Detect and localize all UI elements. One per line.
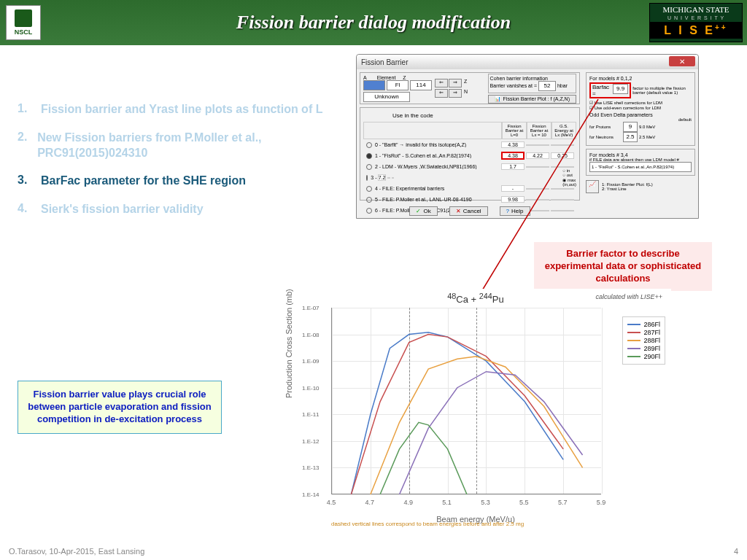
z-left-button[interactable]: ⇐ — [435, 79, 448, 88]
element-symbol-field[interactable]: Fl — [387, 80, 409, 90]
msu-lise-logo: MICHIGAN STATE U N I V E R S I T Y L I S… — [649, 3, 743, 42]
barfac-field[interactable]: 9.9 — [613, 84, 628, 94]
z-right-button[interactable]: ⇒ — [449, 79, 462, 88]
model-row[interactable]: 2 - LDM - W.Myers ,W.Swiatecki,NP81(1966… — [363, 161, 576, 172]
outline-item: 4.Sierk's fission barrier validity — [18, 202, 324, 217]
help-button[interactable]: ?Help — [500, 206, 530, 216]
use-in-code-group: Use in the code Fission Barrier at L=0Fi… — [360, 107, 580, 201]
model-row[interactable]: 3 - FILE: A.Mamdouth et al,NPA679(2001)3… — [363, 172, 576, 183]
outline-item: 1.Fission barrier and Yrast line plots a… — [18, 102, 324, 117]
fission-barrier-dialog: Fission Barrier ✕ AElementZ Fl 114 Unkno… — [356, 54, 699, 219]
models-012-group: For models # 0,1,2 Barfac = 9.9 factor t… — [586, 72, 695, 146]
red-callout: Barrier factor to describe experimental … — [534, 242, 712, 291]
header: NSCL Fission barrier dialog modification… — [0, 0, 747, 45]
cancel-button[interactable]: ✕Cancel — [449, 206, 488, 216]
footer: O.Tarasov, 10-Apr-2015, East Lansing 4 — [9, 547, 738, 556]
model-row[interactable]: 4 - FILE: Experimental barriers- — [363, 183, 576, 194]
plot-fl-button[interactable]: 📈 — [586, 180, 599, 193]
outline-item: 2.New Fission barriers from P.Moller et … — [18, 131, 324, 161]
chart-legend: 286Fl287Fl288Fl289Fl290Fl — [622, 316, 665, 365]
plot-azn-button[interactable]: 📊 Fission Barrier Plot : f (A,Z,N) — [488, 95, 576, 104]
model-row[interactable]: 1 - "FisRot" - S.Cohen et al.,An.P.82(19… — [363, 150, 576, 161]
chart-title: 48Ca + 244Pu — [447, 292, 503, 305]
outline-list: 1.Fission barrier and Yrast line plots a… — [18, 102, 324, 230]
ok-button[interactable]: ✓Ok — [409, 206, 437, 216]
model-row[interactable]: 0 - "Barfit" → invalid for this isotope(… — [363, 139, 576, 150]
dialog-titlebar: Fission Barrier ✕ — [357, 55, 698, 69]
outline-item: 3.BarFac parameter for the SHE region — [18, 174, 324, 189]
n-left-button[interactable]: ⇐ — [435, 89, 448, 98]
element-group: AElementZ Fl 114 Unknown ⇐⇒Z ⇐⇒N Cohen b… — [360, 72, 580, 104]
cross-section-chart: 48Ca + 244Pu calculated with LISE++ Prod… — [280, 289, 671, 526]
element-z-field[interactable]: 114 — [410, 80, 432, 90]
slide-title: Fission barrier dialog modification — [236, 12, 511, 34]
close-icon[interactable]: ✕ — [669, 56, 695, 66]
nscl-logo: NSCL — [6, 5, 41, 40]
models-34-group: For models # 3,4 if FILE data are absent… — [586, 149, 695, 176]
barfac-highlight: Barfac = 9.9 — [589, 82, 631, 98]
green-callout: Fission barrier value plays crucial role… — [18, 381, 222, 434]
n-right-button[interactable]: ⇒ — [449, 89, 462, 98]
